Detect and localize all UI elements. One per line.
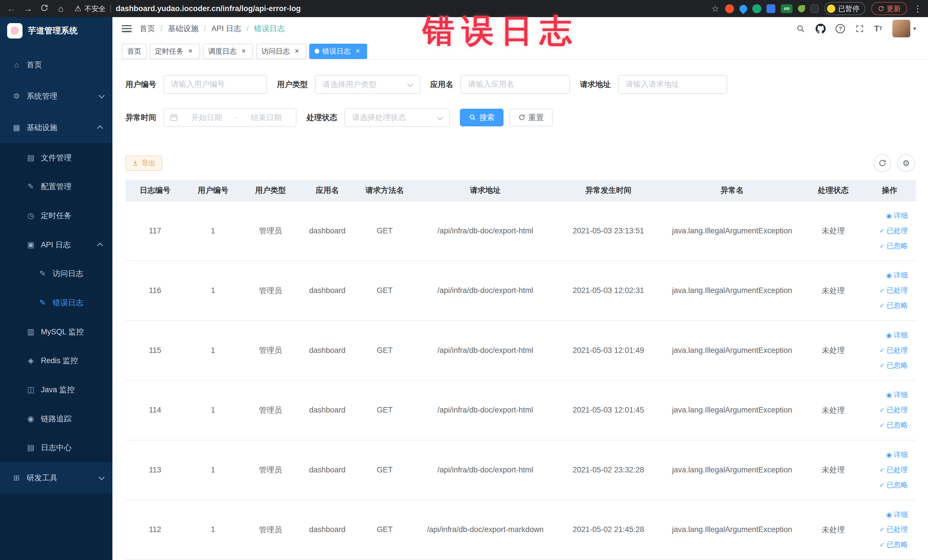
action-detail[interactable]: 详细 bbox=[866, 388, 908, 403]
end-date-placeholder[interactable]: 结束日期 bbox=[243, 112, 290, 123]
extension-on-badge[interactable]: on bbox=[781, 4, 792, 13]
sidebar-item-redis-monitor[interactable]: Redis 监控 bbox=[0, 346, 112, 375]
avatar[interactable] bbox=[892, 20, 910, 37]
sidebar-item-file-management[interactable]: 文件管理 bbox=[0, 143, 112, 172]
bookmark-star-icon[interactable] bbox=[711, 3, 719, 14]
cell-user_type: 管理员 bbox=[241, 261, 299, 320]
paused-extension-pill[interactable]: 已暂停 bbox=[824, 2, 865, 15]
action-detail[interactable]: 详细 bbox=[866, 208, 908, 223]
export-button[interactable]: 导出 bbox=[125, 156, 162, 171]
breadcrumb-item[interactable]: API 日志 bbox=[211, 23, 241, 34]
sidebar-item-config-management[interactable]: 配置管理 bbox=[0, 172, 112, 201]
check-icon bbox=[879, 242, 885, 250]
sidebar-item-log-center[interactable]: 日志中心 bbox=[0, 433, 112, 462]
sidebar-item-label: 链路追踪 bbox=[41, 414, 112, 424]
address-bar[interactable]: 不安全 dashboard.yudao.iocoder.cn/infra/log… bbox=[72, 4, 705, 14]
url-text[interactable]: dashboard.yudao.iocoder.cn/infra/log/api… bbox=[116, 4, 301, 13]
annotation-watermark: 错误日志 bbox=[423, 9, 579, 52]
sidebar-item-link-tracing[interactable]: 链路追踪 bbox=[0, 404, 112, 433]
sidebar-item-access-log[interactable]: 访问日志 bbox=[0, 259, 112, 288]
action-processed[interactable]: 已处理 bbox=[866, 223, 908, 238]
extension-icon[interactable] bbox=[752, 4, 761, 13]
tab-access-log[interactable]: 访问日志 bbox=[256, 44, 307, 59]
sidebar-item-home[interactable]: 首页 bbox=[0, 49, 112, 81]
update-button[interactable]: 更新 bbox=[871, 2, 907, 15]
browser-home-icon[interactable] bbox=[56, 4, 66, 13]
date-range-picker[interactable]: 开始日期 - 结束日期 bbox=[163, 108, 297, 127]
tab-schedule-log[interactable]: 调度日志 bbox=[203, 44, 253, 59]
breadcrumb-item[interactable]: 基础设施 bbox=[168, 23, 198, 34]
action-processed[interactable]: 已处理 bbox=[866, 283, 908, 298]
fullscreen-icon[interactable] bbox=[855, 24, 864, 33]
sidebar-item-error-log[interactable]: 错误日志 bbox=[0, 288, 112, 317]
breadcrumb-item[interactable]: 首页 bbox=[140, 23, 155, 34]
check-icon bbox=[879, 346, 885, 354]
back-icon[interactable] bbox=[6, 4, 17, 13]
extension-icon[interactable] bbox=[810, 5, 819, 13]
tab-home[interactable]: 首页 bbox=[122, 44, 147, 59]
action-ignored[interactable]: 已忽略 bbox=[866, 418, 908, 433]
close-icon[interactable] bbox=[186, 47, 195, 55]
forward-icon[interactable] bbox=[23, 4, 33, 13]
refresh-button[interactable] bbox=[873, 154, 891, 172]
user-menu[interactable] bbox=[892, 20, 916, 37]
table-row: 1171管理员dashboardGET/api/infra/db-doc/exp… bbox=[125, 201, 916, 261]
action-processed[interactable]: 已处理 bbox=[866, 522, 908, 537]
column-settings-button[interactable] bbox=[897, 154, 915, 172]
request-url-input[interactable] bbox=[618, 75, 728, 94]
action-detail[interactable]: 详细 bbox=[866, 507, 908, 522]
user-type-select[interactable]: 请选择用户类型 bbox=[315, 75, 420, 94]
column-header: 异常名 bbox=[661, 180, 804, 201]
reload-icon[interactable] bbox=[39, 4, 50, 14]
tab-scheduled-tasks[interactable]: 定时任务 bbox=[150, 44, 200, 59]
cell-app_name: dashboard bbox=[299, 380, 355, 440]
action-ignored[interactable]: 已忽略 bbox=[866, 358, 908, 373]
sidebar-item-scheduled-tasks[interactable]: 定时任务 bbox=[0, 201, 112, 230]
action-ignored[interactable]: 已忽略 bbox=[866, 478, 908, 493]
action-processed[interactable]: 已处理 bbox=[866, 403, 908, 418]
action-processed[interactable]: 已处理 bbox=[866, 462, 908, 478]
filter-form: 用户编号 用户类型 请选择用户类型 应用名 bbox=[112, 60, 928, 141]
cell-user_type: 管理员 bbox=[241, 380, 299, 440]
eye-icon bbox=[886, 272, 892, 279]
github-icon[interactable] bbox=[816, 24, 826, 34]
action-ignored[interactable]: 已忽略 bbox=[866, 238, 908, 253]
app-logo[interactable]: 芋道管理系统 bbox=[0, 17, 112, 44]
column-header: 请求方法名 bbox=[355, 180, 414, 201]
extension-icon[interactable] bbox=[738, 3, 749, 14]
help-icon[interactable] bbox=[836, 24, 845, 34]
close-icon[interactable] bbox=[293, 47, 301, 55]
hamburger-icon[interactable] bbox=[122, 25, 131, 32]
action-detail[interactable]: 详细 bbox=[866, 268, 908, 283]
cell-exception: java.lang.IllegalArgumentException bbox=[661, 201, 804, 261]
sidebar-item-api-log[interactable]: API 日志 bbox=[0, 230, 112, 259]
sidebar-item-system-management[interactable]: 系统管理 bbox=[0, 81, 112, 112]
action-processed[interactable]: 已处理 bbox=[866, 343, 908, 358]
cell-user_id: 1 bbox=[185, 500, 241, 560]
tab-error-log[interactable]: 错误日志 bbox=[309, 44, 367, 59]
action-detail[interactable]: 详细 bbox=[866, 447, 908, 462]
extension-icon[interactable] bbox=[766, 4, 775, 13]
action-ignored[interactable]: 已忽略 bbox=[866, 537, 908, 552]
search-icon[interactable] bbox=[796, 24, 805, 34]
search-button[interactable]: 搜索 bbox=[460, 109, 504, 127]
app-name-input[interactable] bbox=[461, 75, 570, 94]
tab-label: 调度日志 bbox=[208, 46, 237, 56]
user-id-input[interactable] bbox=[163, 75, 267, 94]
action-ignored[interactable]: 已忽略 bbox=[866, 298, 908, 313]
action-detail[interactable]: 详细 bbox=[866, 328, 908, 343]
process-status-select[interactable]: 请选择处理状态 bbox=[344, 108, 450, 127]
sidebar-item-dev-tools[interactable]: 研发工具 bbox=[0, 462, 112, 493]
close-icon[interactable] bbox=[240, 47, 248, 55]
font-size-icon[interactable] bbox=[874, 24, 882, 34]
extension-icon[interactable] bbox=[725, 4, 734, 13]
extension-icon[interactable] bbox=[798, 5, 805, 12]
sidebar-item-mysql-monitor[interactable]: MySQL 监控 bbox=[0, 317, 112, 346]
close-icon[interactable] bbox=[353, 47, 362, 55]
reset-button[interactable]: 重置 bbox=[510, 109, 553, 127]
divider bbox=[110, 5, 111, 13]
start-date-placeholder[interactable]: 开始日期 bbox=[183, 112, 230, 123]
sidebar-item-infrastructure[interactable]: 基础设施 bbox=[0, 112, 112, 143]
sidebar-item-java-monitor[interactable]: Java 监控 bbox=[0, 375, 112, 404]
browser-menu-icon[interactable] bbox=[913, 3, 922, 14]
